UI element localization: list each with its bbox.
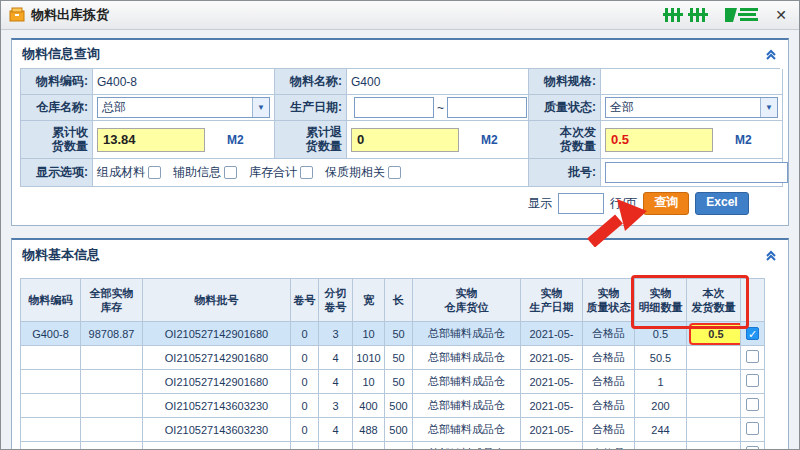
ship-qty-total-input[interactable] — [605, 128, 713, 152]
option-shelf-life[interactable]: 保质期相关 — [325, 164, 401, 181]
cell-split: 4 — [319, 418, 353, 442]
cell-width: 400 — [353, 394, 385, 418]
cell-select[interactable] — [741, 370, 765, 394]
col-header[interactable]: 实物 质量状态 — [583, 279, 635, 322]
row-checkbox[interactable] — [746, 446, 759, 450]
cell-select[interactable] — [741, 442, 765, 450]
table-row[interactable]: OI210527142901680041050总部辅料成品仓2021-05-合格… — [21, 370, 765, 394]
col-header[interactable]: 长 — [385, 279, 413, 322]
collapse-icon[interactable] — [764, 248, 778, 262]
date-to-input[interactable] — [447, 97, 527, 118]
table-row[interactable]: OI21052714360323003总部辅料成品仓2021-05合格品 — [21, 442, 765, 450]
cell-length: 500 — [385, 394, 413, 418]
returned-qty-input[interactable] — [351, 128, 459, 152]
row-checkbox-checked[interactable]: ✓ — [746, 327, 759, 340]
cell-batch: OI210527142901680 — [143, 370, 291, 394]
chevron-down-icon[interactable]: ▼ — [252, 98, 269, 117]
collapse-icon[interactable] — [764, 47, 778, 61]
table-row[interactable]: G400-898708.87OI210527142901680031050总部辅… — [21, 322, 765, 346]
quality-select[interactable]: 全部 ▼ — [605, 97, 778, 118]
col-header[interactable]: 分切 卷号 — [319, 279, 353, 322]
title-bar[interactable]: 物料出库拣货 ✕ — [1, 1, 799, 30]
rows-per-page-input[interactable] — [558, 193, 604, 214]
cell-select[interactable] — [741, 346, 765, 370]
cell-width: 10 — [353, 322, 385, 346]
cell-stock — [81, 370, 143, 394]
cell-width: 10 — [353, 370, 385, 394]
cell-length: 50 — [385, 370, 413, 394]
cell-select[interactable]: ✓ — [741, 322, 765, 346]
col-header[interactable]: 宽 — [353, 279, 385, 322]
date-from-input[interactable] — [354, 97, 434, 118]
col-header[interactable]: 物料编码 — [21, 279, 81, 322]
cell-location: 总部辅料成品仓 — [413, 370, 521, 394]
col-header[interactable]: 卷号 — [291, 279, 319, 322]
table-row[interactable]: OI21052714360323003400500总部辅料成品仓2021-05-… — [21, 394, 765, 418]
cell-ship — [687, 394, 741, 418]
material-code-field[interactable]: G400-8 — [93, 69, 275, 95]
cell-length: 50 — [385, 346, 413, 370]
close-icon[interactable]: ✕ — [771, 7, 791, 23]
cell-select[interactable] — [741, 418, 765, 442]
logo-icon-2 — [723, 7, 759, 23]
col-header-select — [741, 279, 765, 322]
cell-split: 4 — [319, 346, 353, 370]
table-row[interactable]: OI21052714360323004488500总部辅料成品仓2021-05-… — [21, 418, 765, 442]
option-compose-material[interactable]: 组成材料 — [97, 164, 161, 181]
cell-batch: OI210527142901680 — [143, 346, 291, 370]
row-checkbox[interactable] — [746, 422, 759, 435]
production-date-label: 生产日期: — [275, 95, 347, 121]
cell-location: 总部辅料成品仓 — [413, 322, 521, 346]
show-label: 显示 — [528, 195, 552, 212]
col-header[interactable]: 物料批号 — [143, 279, 291, 322]
cell-qty: 0.5 — [635, 322, 687, 346]
cell-width: 1010 — [353, 346, 385, 370]
batch-no-input[interactable] — [605, 162, 788, 183]
checkbox[interactable] — [224, 166, 237, 179]
excel-button[interactable]: Excel — [695, 192, 748, 215]
material-spec-field[interactable] — [601, 69, 783, 95]
option-stock-total[interactable]: 库存合计 — [249, 164, 313, 181]
cell-select[interactable] — [741, 394, 765, 418]
cell-status: 合格品 — [583, 322, 635, 346]
cell-length — [385, 442, 413, 450]
per-page-label: 行/页 — [610, 195, 637, 212]
query-footer: 显示 行/页 查询 Excel — [20, 187, 780, 219]
returned-qty-label: 累计退 货数量 — [275, 121, 347, 159]
row-checkbox[interactable] — [746, 398, 759, 411]
cell-stock — [81, 442, 143, 450]
cell-qty: 50.5 — [635, 346, 687, 370]
chevron-down-icon[interactable]: ▼ — [760, 98, 777, 117]
checkbox[interactable] — [148, 166, 161, 179]
query-button[interactable]: 查询 — [643, 192, 689, 215]
cell-length: 50 — [385, 322, 413, 346]
cell-ship — [687, 322, 741, 346]
col-header[interactable]: 实物 仓库货位 — [413, 279, 521, 322]
checkbox[interactable] — [388, 166, 401, 179]
material-name-field[interactable]: G400 — [347, 69, 529, 95]
app-icon — [9, 7, 25, 23]
query-form: 物料编码: G400-8 物料名称: G400 物料规格: 仓库名称: 总部 ▼… — [20, 68, 780, 187]
cell-ship — [687, 370, 741, 394]
option-aux-info[interactable]: 辅助信息 — [173, 164, 237, 181]
cell-status: 合格品 — [583, 418, 635, 442]
date-separator: ~ — [437, 101, 444, 115]
col-header[interactable]: 本次 发货数量 — [687, 279, 741, 322]
cell-width: 488 — [353, 418, 385, 442]
received-qty-label: 累计收 货数量 — [21, 121, 93, 159]
row-checkbox[interactable] — [746, 350, 759, 363]
cell-roll: 0 — [291, 418, 319, 442]
table-row[interactable]: OI21052714290168004101050总部辅料成品仓2021-05-… — [21, 346, 765, 370]
dialog-content: 物料信息查询 物料编码: G400-8 物料名称: G400 物料规格: 仓库名… — [1, 30, 799, 450]
col-header[interactable]: 实物 生产日期 — [521, 279, 583, 322]
cell-qty: 244 — [635, 418, 687, 442]
cell-batch: OI210527142901680 — [143, 322, 291, 346]
row-checkbox[interactable] — [746, 374, 759, 387]
ship-qty-row-input[interactable] — [689, 323, 741, 345]
warehouse-select[interactable]: 总部 ▼ — [97, 97, 270, 118]
received-qty-input[interactable] — [97, 128, 205, 152]
col-header[interactable]: 实物 明细数量 — [635, 279, 687, 322]
col-header[interactable]: 全部实物 库存 — [81, 279, 143, 322]
production-date-cell: ~ — [347, 95, 529, 121]
checkbox[interactable] — [300, 166, 313, 179]
